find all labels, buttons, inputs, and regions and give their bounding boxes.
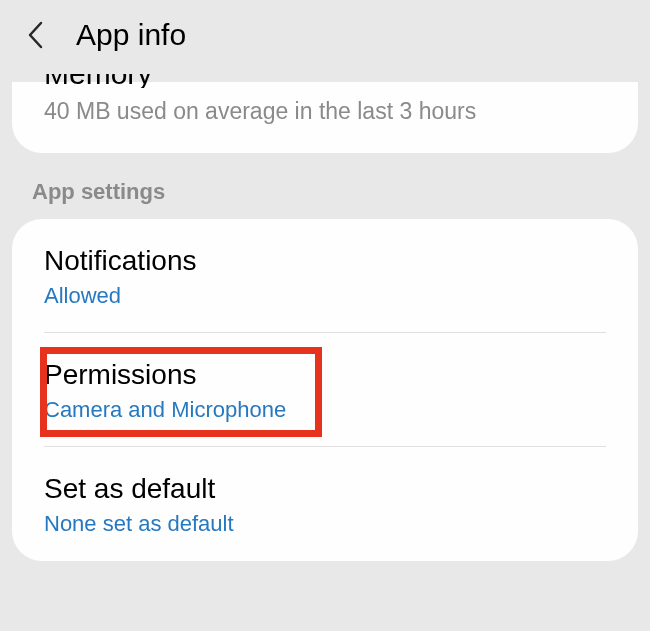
memory-card[interactable]: Memory 40 MB used on average in the last… [12,82,638,153]
setting-notifications-title: Notifications [44,245,606,277]
setting-permissions-title: Permissions [44,359,606,391]
setting-default-subtitle: None set as default [44,511,606,537]
section-header-app-settings: App settings [0,153,650,219]
setting-permissions-subtitle: Camera and Microphone [44,397,606,423]
memory-title: Memory [44,74,606,88]
setting-default[interactable]: Set as default None set as default [12,447,638,561]
back-icon[interactable] [24,23,48,47]
app-settings-card: Notifications Allowed Permissions Camera… [12,219,638,561]
setting-notifications[interactable]: Notifications Allowed [12,219,638,333]
setting-default-title: Set as default [44,473,606,505]
page-title: App info [76,18,186,52]
app-info-header: App info [0,0,650,82]
memory-subtitle: 40 MB used on average in the last 3 hour… [44,98,606,125]
setting-permissions[interactable]: Permissions Camera and Microphone [12,333,638,447]
setting-notifications-subtitle: Allowed [44,283,606,309]
